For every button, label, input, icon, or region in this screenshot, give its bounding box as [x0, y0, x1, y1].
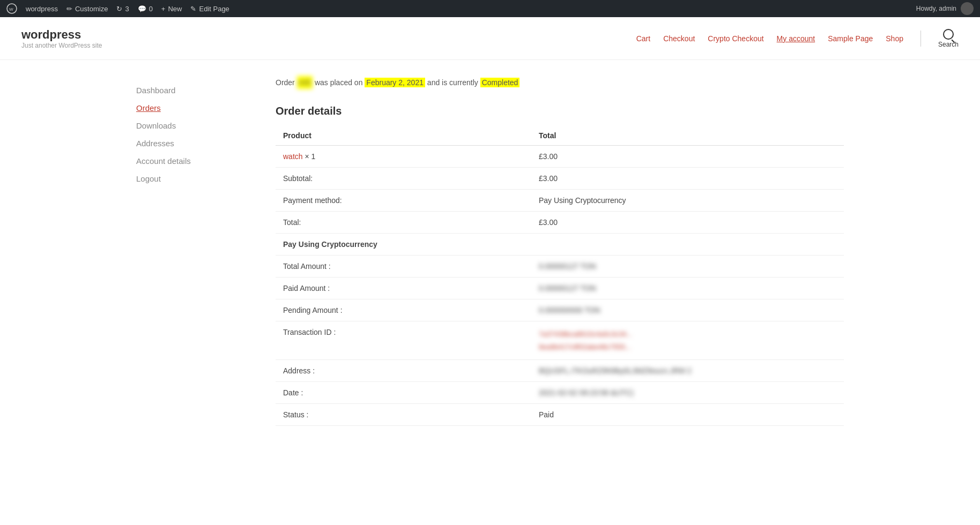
notice-middle: was placed on — [315, 78, 365, 87]
order-notice: Order #45 was placed on February 2, 2021… — [276, 76, 844, 89]
nav-separator — [920, 31, 921, 47]
admin-bar-customize[interactable]: ✏ Customize — [66, 5, 108, 13]
site-header: wordpress Just another WordPress site Ca… — [0, 17, 980, 60]
transaction-id-line1: 7a37438bca8610c4a5c3c34... — [539, 328, 632, 340]
crypto-transaction-id-value: 7a37438bca8610c4a5c3c34... 8ea9b417c9f02… — [531, 321, 844, 360]
subtotal-value: £3.00 — [531, 168, 844, 190]
admin-bar-user[interactable]: Howdy, admin — [916, 2, 974, 15]
crypto-status-row: Status : Paid — [276, 404, 844, 426]
order-date: February 2, 2021 — [365, 78, 425, 87]
crypto-transaction-id-label: Transaction ID : — [276, 321, 531, 360]
admin-bar-site[interactable]: wordpress — [26, 5, 58, 13]
col-total: Total — [531, 126, 844, 146]
admin-bar: W wordpress ✏ Customize ↻ 3 💬 0 + New ✎ … — [0, 0, 980, 17]
table-row: watch × 1 £3.00 — [276, 146, 844, 168]
table-row: Total: £3.00 — [276, 212, 844, 234]
order-details-title: Order details — [276, 105, 844, 117]
product-total: £3.00 — [531, 146, 844, 168]
table-row: Payment method: Pay Using Cryptocurrency — [276, 190, 844, 212]
total-amount-blurred: 0.00000127 TON — [539, 262, 596, 271]
admin-bar-comments[interactable]: 💬 0 — [138, 5, 153, 13]
crypto-date-label: Date : — [276, 382, 531, 404]
crypto-date-value: 2021-02-02 09:23:58 &UTC) — [531, 382, 844, 404]
crypto-paid-amount-value: 0.00000127 TON — [531, 278, 844, 299]
paid-amount-blurred: 0.00000127 TON — [539, 284, 596, 292]
nav-sample-page[interactable]: Sample Page — [828, 34, 873, 43]
search-icon — [943, 29, 954, 40]
sidebar-item-addresses[interactable]: Addresses — [136, 134, 254, 152]
admin-bar-new[interactable]: + New — [161, 5, 182, 13]
order-table: Product Total watch × 1 £3.00 Subtotal: … — [276, 126, 844, 426]
admin-bar-user-label: Howdy, admin — [916, 5, 956, 12]
crypto-paid-amount-row: Paid Amount : 0.00000127 TON — [276, 278, 844, 299]
order-status-badge: Completed — [480, 78, 520, 87]
wp-logo-icon: W — [6, 3, 17, 14]
crypto-status-value: Paid — [531, 404, 844, 426]
edit-icon: ✎ — [190, 5, 196, 13]
site-title: wordpress — [21, 28, 102, 42]
nav-cart[interactable]: Cart — [636, 34, 650, 43]
nav-shop[interactable]: Shop — [886, 34, 903, 43]
main-content: Dashboard Orders Downloads Addresses Acc… — [115, 60, 865, 442]
crypto-pending-amount-label: Pending Amount : — [276, 299, 531, 321]
crypto-address-row: Address : BQUSFL./7KOuRZ9N9by0L3MZ9oucn.… — [276, 360, 844, 382]
product-link[interactable]: watch — [283, 152, 303, 161]
crypto-paid-amount-label: Paid Amount : — [276, 278, 531, 299]
admin-bar-updates-count: 3 — [125, 5, 129, 13]
total-value: £3.00 — [531, 212, 844, 234]
sidebar-item-orders[interactable]: Orders — [136, 99, 254, 117]
nav-checkout[interactable]: Checkout — [663, 34, 695, 43]
crypto-status-label: Status : — [276, 404, 531, 426]
admin-bar-comments-count: 0 — [149, 5, 153, 13]
crypto-total-amount-value: 0.00000127 TON — [531, 256, 844, 278]
sidebar-item-dashboard[interactable]: Dashboard — [136, 81, 254, 99]
payment-method-label: Payment method: — [276, 190, 531, 212]
sidebar-item-logout[interactable]: Logout — [136, 170, 254, 188]
crypto-total-amount-label: Total Amount : — [276, 256, 531, 278]
admin-bar-customize-label: Customize — [75, 5, 108, 13]
search-button[interactable]: Search — [938, 29, 959, 48]
site-tagline: Just another WordPress site — [21, 42, 102, 49]
address-blurred: BQUSFL./7KOuRZ9N9by0L3MZ9oucn.JRM 2 — [539, 366, 692, 375]
sidebar-item-account-details[interactable]: Account details — [136, 152, 254, 170]
crypto-address-value: BQUSFL./7KOuRZ9N9by0L3MZ9oucn.JRM 2 — [531, 360, 844, 382]
pencil-icon: ✏ — [66, 5, 72, 13]
content-area: Order #45 was placed on February 2, 2021… — [254, 76, 844, 426]
nav-crypto-checkout[interactable]: Crypto Checkout — [708, 34, 763, 43]
date-blurred: 2021-02-02 09:23:58 &UTC) — [539, 388, 634, 397]
admin-bar-wp[interactable]: W — [6, 3, 17, 14]
transaction-id-line2: 8ea9b417c9f02abe48c7555... — [539, 341, 631, 353]
crypto-section-header-row: Pay Using Cryptocurrency — [276, 234, 844, 256]
nav-my-account[interactable]: My account — [777, 34, 815, 43]
admin-bar-edit-page[interactable]: ✎ Edit Page — [190, 5, 229, 13]
sidebar-item-downloads[interactable]: Downloads — [136, 117, 254, 134]
total-label: Total: — [276, 212, 531, 234]
site-nav: Cart Checkout Crypto Checkout My account… — [636, 29, 959, 48]
crypto-section-header: Pay Using Cryptocurrency — [276, 234, 844, 256]
admin-bar-site-label: wordpress — [26, 5, 58, 13]
product-qty: × 1 — [305, 152, 315, 161]
subtotal-label: Subtotal: — [276, 168, 531, 190]
order-number: #45 — [297, 76, 313, 89]
table-row: Subtotal: £3.00 — [276, 168, 844, 190]
payment-method-value: Pay Using Cryptocurrency — [531, 190, 844, 212]
avatar — [961, 2, 974, 15]
search-label: Search — [938, 41, 959, 48]
notice-suffix: and is currently — [427, 78, 480, 87]
sidebar: Dashboard Orders Downloads Addresses Acc… — [136, 76, 254, 426]
col-product: Product — [276, 126, 531, 146]
crypto-date-row: Date : 2021-02-02 09:23:58 &UTC) — [276, 382, 844, 404]
crypto-address-label: Address : — [276, 360, 531, 382]
crypto-transaction-id-row: Transaction ID : 7a37438bca8610c4a5c3c34… — [276, 321, 844, 360]
crypto-pending-amount-row: Pending Amount : 0.000000000 TON — [276, 299, 844, 321]
svg-text:W: W — [9, 7, 13, 12]
notice-prefix: Order — [276, 78, 297, 87]
plus-icon: + — [161, 5, 166, 13]
comments-icon: 💬 — [138, 5, 146, 13]
admin-bar-edit-label: Edit Page — [199, 5, 229, 13]
updates-icon: ↻ — [116, 5, 122, 13]
crypto-pending-amount-value: 0.000000000 TON — [531, 299, 844, 321]
admin-bar-new-label: New — [168, 5, 182, 13]
admin-bar-updates[interactable]: ↻ 3 — [116, 5, 129, 13]
site-logo[interactable]: wordpress Just another WordPress site — [21, 28, 102, 49]
